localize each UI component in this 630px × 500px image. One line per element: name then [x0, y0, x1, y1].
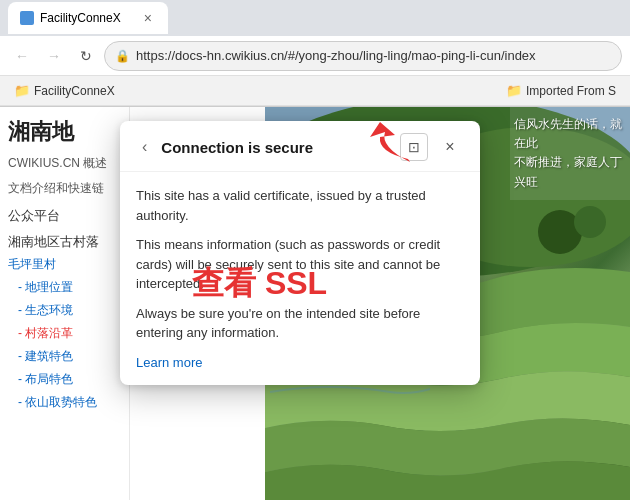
bookmark-imported-label: Imported From S	[526, 84, 616, 98]
active-tab[interactable]: FacilityConneX ×	[8, 2, 168, 34]
address-text: https://docs-hn.cwikius.cn/#/yong-zhou/l…	[136, 48, 611, 63]
bookmark-facilityx-label: FacilityConneX	[34, 84, 115, 98]
sidebar-item-history[interactable]: - 村落沿革	[0, 322, 129, 345]
back-button[interactable]: ←	[8, 42, 36, 70]
sidebar-platform-label: 公众平台	[0, 201, 129, 227]
sidebar-village-section: 湘南地区古村落	[0, 227, 129, 253]
sidebar-section-label: CWIKIUS.CN 概述	[0, 151, 129, 176]
popup-back-button[interactable]: ‹	[136, 136, 153, 158]
forward-button[interactable]: →	[40, 42, 68, 70]
learn-more-link[interactable]: Learn more	[136, 355, 202, 370]
right-overlay-text2: 不断推进，家庭人丁兴旺	[514, 155, 622, 188]
tab-favicon	[20, 11, 34, 25]
popup-close-button[interactable]: ×	[436, 133, 464, 161]
sidebar-village-name[interactable]: 毛坪里村	[0, 253, 129, 276]
lock-icon: 🔒	[115, 49, 130, 63]
page-content: 湘南地 CWIKIUS.CN 概述 文档介绍和快速链 公众平台 湘南地区古村落 …	[0, 107, 630, 500]
popup-line-3: Always be sure you're on the intended si…	[136, 304, 464, 343]
popup-line-1: This site has a valid certificate, issue…	[136, 186, 464, 225]
forward-icon: →	[47, 48, 61, 64]
folder-icon: 📁	[14, 83, 30, 98]
sidebar-title: 湘南地	[0, 107, 129, 151]
refresh-button[interactable]: ↻	[72, 42, 100, 70]
tab-close-button[interactable]: ×	[140, 9, 156, 27]
nav-bar: ← → ↻ 🔒 https://docs-hn.cwikius.cn/#/yon…	[0, 36, 630, 76]
browser-chrome: FacilityConneX × ← → ↻ 🔒 https://docs-hn…	[0, 0, 630, 107]
svg-point-7	[574, 206, 606, 238]
right-text-overlay: 信风水先生的话，就在此 不断推进，家庭人丁兴旺	[510, 107, 630, 200]
folder-icon-imported: 📁	[506, 83, 522, 98]
annotation-arrow	[350, 117, 430, 171]
back-icon: ←	[15, 48, 29, 64]
sidebar-description: 文档介绍和快速链	[0, 176, 129, 201]
address-bar[interactable]: 🔒 https://docs-hn.cwikius.cn/#/yong-zhou…	[104, 41, 622, 71]
bookmark-facilityx[interactable]: 📁 FacilityConneX	[8, 81, 121, 100]
popup-back-icon: ‹	[142, 138, 147, 155]
right-overlay-text: 信风水先生的话，就在此	[514, 117, 622, 150]
tab-bar: FacilityConneX ×	[0, 0, 630, 36]
bookmark-imported[interactable]: 📁 Imported From S	[500, 81, 622, 100]
close-icon: ×	[445, 138, 454, 156]
refresh-icon: ↻	[80, 48, 92, 64]
sidebar-item-geography[interactable]: - 地理位置	[0, 276, 129, 299]
sidebar-item-mountain[interactable]: - 依山取势特色	[0, 391, 129, 414]
ssl-label: 查看 SSL	[192, 262, 327, 306]
sidebar-item-architecture[interactable]: - 建筑特色	[0, 345, 129, 368]
sidebar-item-ecology[interactable]: - 生态环境	[0, 299, 129, 322]
bookmarks-bar: 📁 FacilityConneX 📁 Imported From S	[0, 76, 630, 106]
sidebar: 湘南地 CWIKIUS.CN 概述 文档介绍和快速链 公众平台 湘南地区古村落 …	[0, 107, 130, 500]
tab-title: FacilityConneX	[40, 11, 121, 25]
sidebar-item-layout[interactable]: - 布局特色	[0, 368, 129, 391]
